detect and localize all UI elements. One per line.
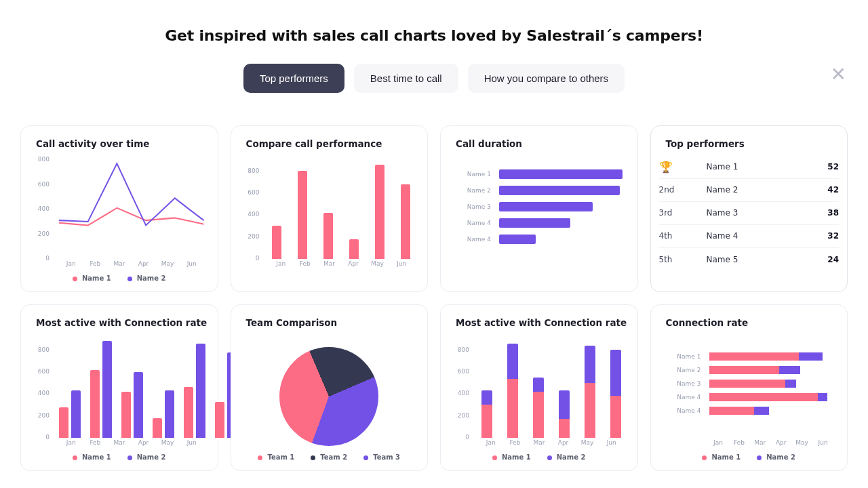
card-title: Call duration (456, 138, 628, 149)
card-connection-rate[interactable]: Connection rate Name 1Name 2Name 3Name 4… (650, 304, 848, 471)
card-activity[interactable]: Call activity over time 0200400600800 Ja… (20, 125, 218, 292)
card-title: Team Comparison (246, 317, 418, 328)
bars (269, 160, 414, 259)
legend: Name 1 Name 2 (31, 453, 208, 462)
card-active-grouped[interactable]: Most active with Connection rate 0200400… (20, 304, 218, 471)
tab-best-time[interactable]: Best time to call (354, 64, 458, 93)
x-axis: JanFebMarAprMayJun (269, 260, 414, 270)
legend: Team 1 Team 2 Team 3 (241, 453, 418, 462)
table-row: 5thName 524 (659, 248, 840, 271)
card-title: Call activity over time (36, 138, 208, 149)
x-axis: JanFebMarAprMayJun (59, 439, 204, 449)
x-axis: JanFebMarAprMayJun (59, 260, 204, 270)
tab-bar: Top performers Best time to call How you… (0, 64, 868, 93)
card-team-comparison[interactable]: Team Comparison Team 1 Team 2 Team 3 (231, 304, 429, 471)
y-axis: 0200400600800 (31, 339, 54, 438)
y-axis: 0200400600800 (31, 160, 54, 259)
legend: Name 1 Name 2 (31, 274, 208, 283)
table-row: 4thName 432 (659, 225, 840, 248)
tab-top-performers[interactable]: Top performers (243, 64, 344, 93)
bars (59, 339, 204, 438)
card-title: Most active with Connection rate (456, 317, 628, 328)
card-title: Connection rate (666, 317, 838, 328)
hbars: Name 1Name 2Name 3Name 4Name 4 (667, 352, 833, 415)
card-title: Top performers (666, 138, 838, 149)
card-title: Most active with Connection rate (36, 317, 208, 328)
table-row: 2ndName 242 (659, 179, 840, 202)
x-axis: JanFebMarAprMayJun (479, 439, 624, 449)
top-table: 🏆Name 1522ndName 2423rdName 3384thName 4… (659, 156, 840, 271)
legend: Name 1 Name 2 (660, 453, 838, 462)
card-duration[interactable]: Call duration Name 1Name 2Name 3Name 4Na… (440, 125, 638, 292)
legend: Name 1 Name 2 (450, 453, 628, 462)
close-icon[interactable]: ✕ (831, 65, 846, 84)
card-compare[interactable]: Compare call performance 0200400600800 J… (231, 125, 429, 292)
y-axis: 0200400600800 (241, 160, 264, 259)
hbars: Name 1Name 2Name 3Name 4Name 4 (457, 169, 623, 244)
tab-compare-others[interactable]: How you compare to others (468, 64, 625, 93)
x-axis: JanFebMarAprMayJun (708, 439, 834, 449)
pie-chart (279, 347, 378, 446)
y-axis: 0200400600800 (450, 339, 473, 438)
card-active-stacked[interactable]: Most active with Connection rate 0200400… (440, 304, 638, 471)
line-plot (59, 159, 204, 258)
bars (479, 339, 624, 438)
table-row: 3rdName 338 (659, 202, 840, 225)
table-row: 🏆Name 152 (659, 156, 840, 179)
card-top-performers[interactable]: Top performers 🏆Name 1522ndName 2423rdNa… (650, 125, 848, 292)
card-title: Compare call performance (246, 138, 418, 149)
page-title: Get inspired with sales call charts love… (0, 27, 868, 45)
